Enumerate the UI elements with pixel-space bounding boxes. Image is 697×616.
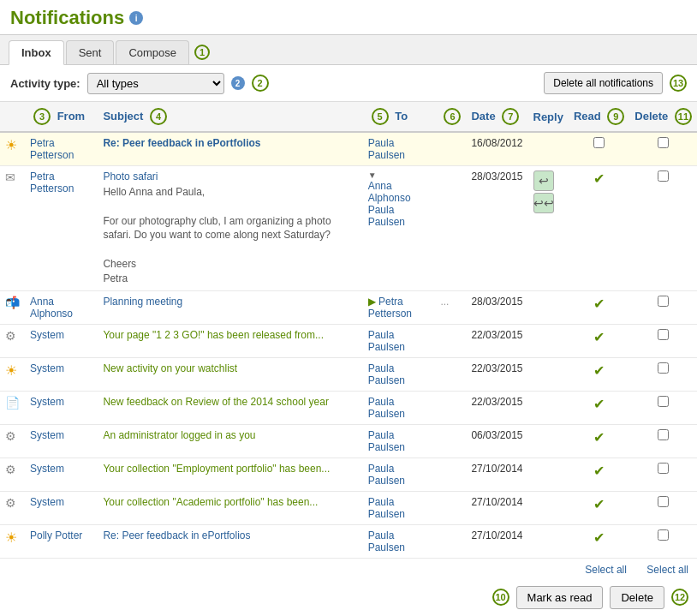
tabs-bar: Inbox Sent Compose 1	[0, 35, 697, 65]
subject-link[interactable]: Your page "1 2 3 GO!" has been released …	[103, 329, 324, 341]
read-check-icon: ✔	[593, 330, 605, 344]
col-date: Date 7	[466, 102, 527, 132]
read-check-icon: ✔	[593, 430, 605, 445]
row-icon-cell: 📄	[0, 391, 25, 424]
notifications-table: 3 From Subject 4 5 To 6 Date 7	[0, 102, 697, 559]
subject-link[interactable]: An administrator logged in as you	[103, 429, 255, 441]
reply-cell	[528, 391, 569, 424]
to-cell: ▶ Petra Petterson	[363, 290, 436, 324]
extra-cell	[435, 458, 466, 491]
reply-cell	[528, 324, 569, 357]
from-link[interactable]: Anna Alphonso	[30, 296, 73, 320]
subject-cell: Photo safari Hello Anna and Paula,For ou…	[98, 166, 362, 291]
read-check-icon: ✔	[593, 296, 605, 311]
col-read: Read 9	[569, 102, 629, 132]
reply-cell	[528, 132, 569, 166]
extra-cell	[435, 357, 466, 391]
read-check-icon: ✔	[593, 497, 605, 511]
from-cell: Petra Petterson	[25, 166, 98, 291]
delete-checkbox[interactable]	[658, 429, 669, 440]
row-icon-cell: ☀	[0, 524, 25, 558]
date-cell: 22/03/2015	[466, 357, 527, 391]
subject-cell: Planning meeting	[98, 290, 362, 324]
subject-link[interactable]: Planning meeting	[103, 296, 182, 308]
to-cell: Paula Paulsen	[363, 524, 436, 558]
extra-cell	[435, 391, 466, 424]
extra-cell	[435, 424, 466, 458]
read-checkbox[interactable]	[593, 137, 605, 148]
page-title: Notifications	[10, 7, 124, 29]
subject-link[interactable]: Your collection "Academic portfolio" has…	[103, 496, 318, 508]
to-cell: Paula Paulsen	[363, 357, 436, 391]
col-badge6: 6	[435, 102, 466, 132]
subject-link[interactable]: Re: Peer feedback in ePortfolios	[103, 529, 250, 541]
from-link[interactable]: Petra Petterson	[30, 137, 74, 161]
tab-inbox[interactable]: Inbox	[9, 40, 64, 65]
delete-cell	[629, 357, 697, 391]
from-link[interactable]: System	[30, 362, 64, 374]
extra-cell: ...	[435, 290, 466, 324]
from-link[interactable]: Polly Potter	[30, 529, 82, 541]
read-check-icon: ✔	[593, 463, 605, 478]
to-cell: Paula Paulsen	[363, 324, 436, 357]
select-all-link2[interactable]: Select all	[646, 564, 688, 576]
col-reply: Reply	[528, 102, 569, 132]
tab-compose[interactable]: Compose	[116, 40, 189, 64]
page-info-icon[interactable]: i	[129, 11, 143, 25]
delete-button[interactable]: Delete	[610, 586, 664, 609]
toolbar-info-icon[interactable]: 2	[231, 76, 245, 90]
read-check-icon: ✔	[593, 363, 605, 378]
date-cell: 27/10/2014	[466, 524, 527, 558]
toolbar-circle-13: 13	[670, 75, 687, 92]
delete-checkbox[interactable]	[658, 396, 669, 407]
read-check-icon: ✔	[593, 397, 605, 411]
from-link[interactable]: System	[30, 396, 64, 408]
delete-checkbox[interactable]	[658, 362, 669, 374]
delete-checkbox[interactable]	[658, 170, 669, 182]
activity-type-select[interactable]: All types Messages Feedback System	[87, 73, 224, 94]
delete-checkbox[interactable]	[658, 463, 669, 474]
subject-link[interactable]: Re: Peer feedback in ePortfolios	[103, 137, 260, 149]
mark-as-read-button[interactable]: Mark as read	[516, 586, 604, 609]
from-cell: System	[25, 391, 98, 424]
from-link[interactable]: System	[30, 463, 64, 475]
select-all-bar: Select all Select all	[0, 559, 697, 581]
from-link[interactable]: System	[30, 329, 64, 341]
from-cell: System	[25, 357, 98, 391]
delete-checkbox[interactable]	[658, 329, 669, 340]
reply-icon[interactable]: ↩	[533, 170, 554, 191]
subject-link[interactable]: Photo safari	[103, 170, 158, 182]
to-cell: Paula Paulsen	[363, 132, 436, 166]
from-link[interactable]: Petra Petterson	[30, 170, 74, 194]
delete-badge: 12	[671, 589, 688, 606]
delete-cell	[629, 491, 697, 524]
select-all-link[interactable]: Select all	[585, 564, 627, 576]
delete-checkbox[interactable]	[658, 296, 669, 307]
subject-link[interactable]: New activity on your watchlist	[103, 362, 237, 374]
subject-link[interactable]: New feedback on Review of the 2014 schoo…	[103, 396, 329, 408]
tab-sent[interactable]: Sent	[66, 40, 115, 64]
toolbar-circle-2: 2	[252, 75, 269, 92]
delete-checkbox[interactable]	[658, 496, 669, 507]
date-cell: 27/10/2014	[466, 458, 527, 491]
reply-all-icon[interactable]: ↩↩	[533, 193, 554, 213]
delete-checkbox[interactable]	[658, 529, 669, 541]
date-cell: 22/03/2015	[466, 324, 527, 357]
table-row: ⚙ System Your collection "Employment por…	[0, 458, 697, 491]
from-cell: Petra Petterson	[25, 132, 98, 166]
from-link[interactable]: System	[30, 429, 64, 441]
tab-badge-1: 1	[194, 45, 210, 60]
table-row: 📬 Anna Alphonso Planning meeting ▶ Petra…	[0, 290, 697, 324]
from-cell: Anna Alphonso	[25, 290, 98, 324]
table-row: ☀ Polly Potter Re: Peer feedback in ePor…	[0, 524, 697, 558]
row-icon-cell: ⚙	[0, 491, 25, 524]
extra-cell	[435, 524, 466, 558]
from-link[interactable]: System	[30, 496, 64, 508]
date-cell: 22/03/2015	[466, 391, 527, 424]
delete-checkbox[interactable]	[658, 137, 669, 148]
read-cell: ✔	[569, 424, 629, 458]
delete-all-button[interactable]: Delete all notifications	[544, 72, 663, 94]
subject-link[interactable]: Your collection "Employment portfolio" h…	[103, 463, 330, 475]
read-cell: ✔	[569, 324, 629, 357]
read-cell: ✔	[569, 357, 629, 391]
